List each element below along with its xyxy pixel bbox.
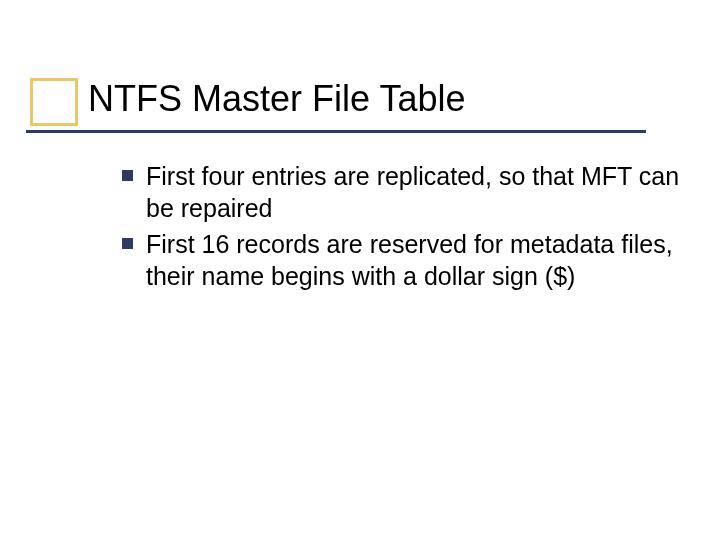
slide: NTFS Master File Table First four entrie… [0,0,720,540]
list-item-text: First 16 records are reserved for metada… [146,228,686,292]
title-underline [26,130,646,133]
slide-title: NTFS Master File Table [88,78,465,119]
accent-square-icon [30,78,78,126]
list-item: First four entries are replicated, so th… [146,160,686,224]
list-item-text: First four entries are replicated, so th… [146,160,686,224]
square-bullet-icon [122,170,133,181]
square-bullet-icon [122,238,133,249]
list-item: First 16 records are reserved for metada… [146,228,686,292]
bullet-list: First four entries are replicated, so th… [146,160,686,296]
